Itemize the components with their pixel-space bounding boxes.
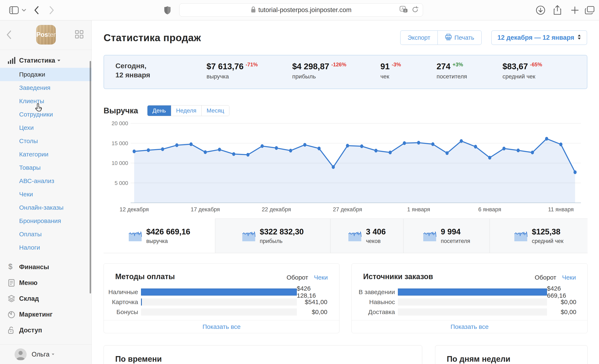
today-stat-средний чек: $83,67-65%средний чек [502,62,542,80]
chart-title: Выручка [104,106,138,115]
sidebar-item-Чеки[interactable]: Чеки [0,188,91,201]
bar-row-Доставка: Доставка$0,00 [352,309,587,316]
stat-label: прибыль [292,73,346,80]
sidebar-section-Склад[interactable]: Склад [0,291,91,307]
sidebar-item-Категории[interactable]: Категории [0,148,91,161]
sidebar-item-Клиенты[interactable]: Клиенты [0,94,91,108]
forward-icon[interactable] [49,0,54,20]
receipts-toggle[interactable]: Чеки [314,274,328,281]
data-point-24 декабря[interactable] [303,143,306,147]
today-date: Сегодня, 12 января [115,61,150,80]
collapse-sidebar-icon[interactable] [6,30,12,40]
data-point-26 декабря[interactable] [332,165,335,169]
sidebar-item-Цехи[interactable]: Цехи [0,121,91,134]
caret-down-icon [57,60,61,62]
data-point-25 декабря[interactable] [317,147,321,150]
data-point-29 декабря[interactable] [374,149,378,152]
y-tick-label: 15 000 [112,140,128,146]
share-icon[interactable] [553,0,562,20]
sidebar-item-АВС-анализ[interactable]: АВС-анализ [0,174,91,188]
sidebar-section-Маркетинг[interactable]: Маркетинг [0,307,91,322]
sidebar-section-Финансы[interactable]: $Финансы [0,259,91,275]
data-point-17 декабря[interactable] [204,150,207,154]
sidebar-item-Столы[interactable]: Столы [0,134,91,148]
sidebar-toggle-icon[interactable] [9,0,19,20]
user-menu[interactable]: Ольга [0,345,91,364]
back-icon[interactable] [34,0,39,20]
x-tick-label: 12 декабря [120,206,149,213]
data-point-28 декабря[interactable] [360,144,363,148]
data-point-30 декабря[interactable] [388,151,392,154]
turnover-toggle[interactable]: Оборот [287,274,308,281]
downloads-icon[interactable] [536,0,545,20]
date-range-button[interactable]: 12 декабря — 12 января [491,30,587,45]
data-point-12 декабря[interactable] [133,150,136,153]
data-point-31 декабря[interactable] [403,141,406,145]
export-button[interactable]: Экспорт [401,31,437,44]
data-point-27 декабря[interactable] [346,144,349,147]
apps-grid-icon[interactable] [75,30,84,39]
data-point-2 января[interactable] [431,142,434,146]
data-point-22 декабря[interactable] [275,146,278,150]
receipts-toggle[interactable]: Чеки [562,274,576,281]
tab-Неделя[interactable]: Неделя [171,106,202,116]
data-point-13 декабря[interactable] [147,148,150,152]
sparkline-icon [128,230,142,242]
reload-icon[interactable] [412,6,419,14]
data-point-7 января[interactable] [502,147,506,150]
sidebar-item-Налоги[interactable]: Налоги [0,241,91,254]
data-point-3 января[interactable] [446,151,449,155]
summary-tile-прибыль[interactable]: $322 832,30прибыль [215,219,330,253]
sidebar-scrollbar[interactable] [90,61,91,293]
sidebar-item-Бронирования[interactable]: Бронирования [0,214,91,228]
data-point-23 декабря[interactable] [289,149,292,152]
sidebar-item-Продажи[interactable]: Продажи [0,68,91,81]
data-point-6 января[interactable] [488,156,491,160]
data-point-8 января[interactable] [517,149,520,152]
summary-tile-выручка[interactable]: $426 669,16выручка [104,219,215,253]
data-point-12 января[interactable] [574,170,577,174]
data-point-18 декабря[interactable] [218,148,221,151]
sort-arrows-icon [578,34,581,41]
sidebar-section-statistics[interactable]: Статистика [0,54,91,67]
sidebar-item-Заведения[interactable]: Заведения [0,81,91,94]
privacy-shield-icon[interactable] [164,0,171,20]
data-point-9 января[interactable] [531,151,534,154]
summary-tile-средний чек[interactable]: $125,38средний чек [490,219,588,253]
stat-delta: -71% [246,62,258,67]
sidebar-item-Онлайн-заказы[interactable]: Онлайн-заказы [0,201,91,214]
print-button[interactable]: Печать [437,31,481,44]
data-point-15 декабря[interactable] [175,143,178,147]
turnover-toggle[interactable]: Оборот [535,274,556,281]
tab-overview-icon[interactable] [585,0,595,20]
tab-Месяц[interactable]: Месяц [201,106,229,116]
sidebar-item-Товары[interactable]: Товары [0,161,91,174]
show-all-link[interactable]: Показать все [352,320,587,333]
data-point-21 декабря[interactable] [261,144,264,148]
data-point-1 января[interactable] [417,141,420,145]
sparkline-icon [423,230,437,242]
new-tab-icon[interactable] [571,0,579,20]
sidebar-item-Сотрудники[interactable]: Сотрудники [0,108,91,121]
data-point-10 января[interactable] [545,137,548,141]
address-bar[interactable]: tutorial-posterpos.joinposter.com A文 [179,3,423,17]
sidebar-section-Меню[interactable]: Меню [0,275,91,291]
toolbar-chevron-down-icon[interactable] [22,0,26,20]
data-point-19 декабря[interactable] [232,152,235,156]
data-point-4 января[interactable] [460,139,463,143]
data-point-16 декабря[interactable] [189,142,193,146]
translate-icon[interactable]: A文 [400,6,408,14]
tab-День[interactable]: День [148,106,171,116]
data-point-11 января[interactable] [559,142,562,146]
main-content: Статистика продаж Экспорт Печать 12 дека… [92,20,599,364]
summary-tile-чеков[interactable]: 3 406чеков [330,219,403,253]
sidebar-item-Оплаты[interactable]: Оплаты [0,228,91,241]
poster-logo[interactable]: Poster [36,25,56,44]
bar-row-value: $426 669,16 [547,285,576,299]
show-all-link[interactable]: Показать все [104,320,339,333]
data-point-5 января[interactable] [474,145,477,149]
sidebar-section-Доступ[interactable]: Доступ [0,322,91,338]
data-point-20 декабря[interactable] [247,153,250,157]
data-point-14 декабря[interactable] [161,147,164,151]
summary-tile-посетителя[interactable]: 9 994посетителя [403,219,490,253]
